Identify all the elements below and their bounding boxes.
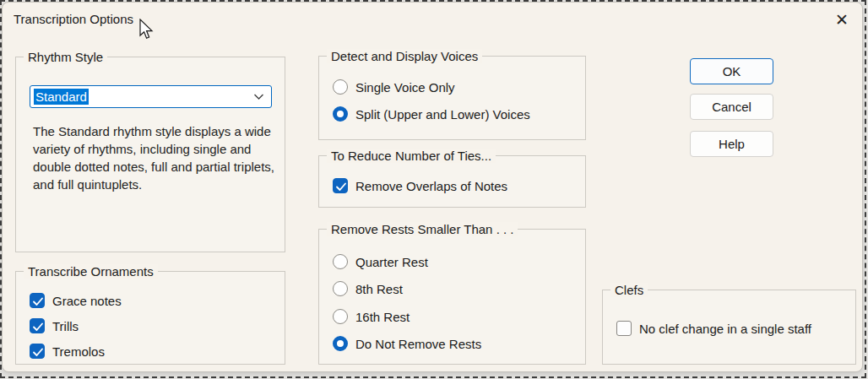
checkbox-label: Tremolos xyxy=(52,344,105,359)
radio-unselected-icon xyxy=(333,281,348,296)
checkbox-label: Grace notes xyxy=(52,294,122,308)
radio-unselected-icon xyxy=(333,79,348,95)
cancel-button[interactable]: Cancel xyxy=(690,94,773,120)
transcription-options-dialog: Transcription Options ✕ Rhythm Style Sta… xyxy=(2,2,863,372)
checkbox-label: No clef change in a single staff xyxy=(639,322,811,336)
remove-rests-group-label: Remove Rests Smaller Than . . . xyxy=(327,222,518,236)
checkbox-label: Remove Overlaps of Notes xyxy=(355,179,507,193)
16th-rest-radio[interactable]: 16th Rest xyxy=(333,309,410,324)
transcribe-ornaments-group-label: Transcribe Ornaments xyxy=(24,264,158,279)
checkbox-checked-icon xyxy=(333,178,348,193)
remove-overlaps-checkbox[interactable]: Remove Overlaps of Notes xyxy=(333,178,507,193)
mouse-cursor-icon xyxy=(138,19,155,41)
clefs-group: Clefs No clef change in a single staff xyxy=(602,290,856,365)
split-voices-radio[interactable]: Split (Upper and Lower) Voices xyxy=(333,106,530,122)
reduce-ties-group-label: To Reduce Number of Ties... xyxy=(327,149,496,163)
rhythm-style-group-label: Rhythm Style xyxy=(24,50,107,64)
help-button[interactable]: Help xyxy=(690,131,773,157)
radio-label: 8th Rest xyxy=(355,282,403,296)
checkbox-checked-icon xyxy=(30,293,45,308)
do-not-remove-rests-radio[interactable]: Do Not Remove Rests xyxy=(333,336,481,351)
tremolos-checkbox[interactable]: Tremolos xyxy=(30,344,105,359)
reduce-ties-group: To Reduce Number of Ties... Remove Overl… xyxy=(318,155,586,208)
clefs-group-label: Clefs xyxy=(610,283,648,297)
radio-label: Single Voice Only xyxy=(355,80,455,95)
close-icon: ✕ xyxy=(835,10,849,30)
rhythm-style-description: The Standard rhythm style displays a wid… xyxy=(33,122,285,193)
no-clef-change-checkbox[interactable]: No clef change in a single staff xyxy=(616,321,811,336)
radio-unselected-icon xyxy=(333,254,348,269)
rhythm-style-dropdown[interactable]: Standard xyxy=(30,85,272,108)
detect-voices-group: Detect and Display Voices Single Voice O… xyxy=(318,56,586,140)
radio-label: Split (Upper and Lower) Voices xyxy=(355,107,530,122)
grace-notes-checkbox[interactable]: Grace notes xyxy=(30,293,122,308)
radio-label: Do Not Remove Rests xyxy=(355,337,481,351)
radio-selected-icon xyxy=(333,336,348,351)
rhythm-style-group: Rhythm Style Standard The Standard rhyth… xyxy=(15,57,285,252)
checkbox-label: Trills xyxy=(52,319,79,333)
rhythm-style-selected-value: Standard xyxy=(34,89,89,105)
checkbox-checked-icon xyxy=(30,318,45,333)
remove-rests-group: Remove Rests Smaller Than . . . Quarter … xyxy=(318,229,586,365)
chevron-down-icon xyxy=(253,93,264,100)
trills-checkbox[interactable]: Trills xyxy=(30,318,79,333)
detect-voices-group-label: Detect and Display Voices xyxy=(327,49,482,63)
dialog-title: Transcription Options xyxy=(14,12,133,26)
checkbox-unchecked-icon xyxy=(616,321,632,336)
radio-label: 16th Rest xyxy=(355,310,410,324)
radio-selected-icon xyxy=(333,106,348,122)
radio-label: Quarter Rest xyxy=(355,255,428,269)
close-button[interactable]: ✕ xyxy=(830,8,854,31)
ok-button[interactable]: OK xyxy=(690,58,773,84)
checkbox-checked-icon xyxy=(30,344,45,359)
radio-unselected-icon xyxy=(333,309,348,324)
quarter-rest-radio[interactable]: Quarter Rest xyxy=(333,254,428,269)
transcribe-ornaments-group: Transcribe Ornaments Grace notes Trills … xyxy=(15,271,285,365)
single-voice-only-radio[interactable]: Single Voice Only xyxy=(333,79,455,95)
8th-rest-radio[interactable]: 8th Rest xyxy=(333,281,403,296)
